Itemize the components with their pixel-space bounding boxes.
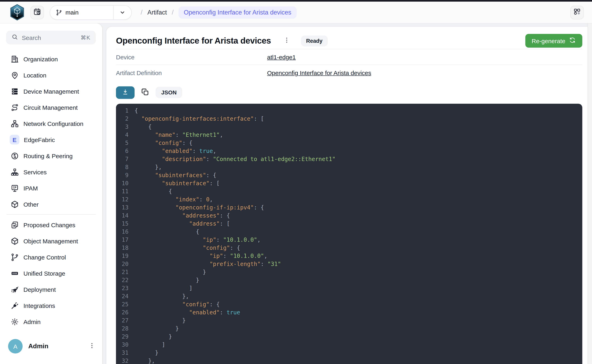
code-text: "enabled": true, xyxy=(128,147,216,155)
line-number: 14 xyxy=(116,211,128,220)
scrollbar[interactable] xyxy=(588,23,592,364)
sidebar-item-label: Other xyxy=(23,201,39,208)
sidebar-item-edgefabric[interactable]: EEdgeFabric xyxy=(0,131,102,148)
sidebar-item-location[interactable]: Location xyxy=(0,67,102,83)
format-badge: JSON xyxy=(155,87,182,98)
cube-icon xyxy=(11,237,19,245)
refresh-icon xyxy=(569,37,576,45)
sidebar-item-circuit-management[interactable]: Circuit Management xyxy=(0,99,102,115)
code-text: "name": "Ethernet1", xyxy=(128,131,223,139)
infrahub-logo xyxy=(10,4,25,20)
hierarchy-icon xyxy=(11,168,19,176)
sidebar-item-services[interactable]: Services xyxy=(0,164,102,180)
regenerate-button[interactable]: Re-generate xyxy=(525,34,582,48)
sidebar-item-label: Location xyxy=(23,72,46,78)
code-text: "config": { xyxy=(128,300,220,308)
code-text: "description": "Connected to atl1-edge2:… xyxy=(128,155,336,163)
line-number: 8 xyxy=(116,163,128,171)
sidebar-item-admin[interactable]: Admin xyxy=(0,313,102,330)
code-viewer[interactable]: 1{2 "openconfig-interfaces:interface": [… xyxy=(116,104,582,364)
sidebar-item-device-management[interactable]: Device Management xyxy=(0,83,102,99)
line-number: 17 xyxy=(116,236,128,244)
user-row[interactable]: A Admin xyxy=(8,338,97,354)
user-menu-button[interactable] xyxy=(86,341,97,352)
line-number: 1 xyxy=(116,107,128,115)
code-text: "subinterfaces": { xyxy=(128,171,216,179)
detail-row: Artifact DefinitionOpenconfig Interface … xyxy=(116,65,582,80)
copy-button[interactable] xyxy=(140,87,150,98)
sidebar-item-ipam[interactable]: IPIPAM xyxy=(0,180,102,196)
code-text: "config": { xyxy=(128,139,193,147)
search-box[interactable]: ⌘K xyxy=(6,31,96,44)
page-title: Openconfig Interface for Arista devices xyxy=(116,36,271,46)
code-text: }, xyxy=(128,292,189,300)
map-pin-icon xyxy=(11,71,19,79)
line-number: 25 xyxy=(116,300,128,308)
search-shortcut: ⌘K xyxy=(81,34,91,41)
branch-name: main xyxy=(66,9,113,16)
chevron-down-icon[interactable] xyxy=(114,9,131,16)
sidebar-item-unified-storage[interactable]: Unified Storage xyxy=(0,265,102,281)
code-text: "enabled": true xyxy=(128,308,240,316)
line-number: 7 xyxy=(116,155,128,163)
title-menu-button[interactable] xyxy=(282,36,292,46)
sidebar-item-deployment[interactable]: Deployment xyxy=(0,281,102,297)
sidebar-item-label: Proposed Changes xyxy=(23,221,75,228)
building-icon xyxy=(11,55,19,63)
sidebar-item-change-control[interactable]: Change Control xyxy=(0,249,102,265)
sidebar-item-object-management[interactable]: Object Management xyxy=(0,233,102,249)
plug-icon xyxy=(11,301,19,310)
code-text: } xyxy=(128,268,206,276)
sidebar-item-network-configuration[interactable]: Network Configuration xyxy=(0,115,102,131)
sidebar-item-other[interactable]: Other xyxy=(0,196,102,212)
schema-button[interactable] xyxy=(570,6,584,19)
sidebar: ⌘K OrganizationLocationDevice Management… xyxy=(0,23,102,364)
breadcrumb-item[interactable]: Artifact xyxy=(147,9,167,16)
sidebar-item-label: Unified Storage xyxy=(23,270,65,277)
code-line: 21 } xyxy=(116,268,582,276)
search-input[interactable] xyxy=(22,34,77,41)
line-number: 11 xyxy=(116,187,128,195)
kebab-icon xyxy=(283,37,290,45)
download-button[interactable] xyxy=(116,86,135,99)
sidebar-item-label: Admin xyxy=(23,318,40,325)
detail-label: Device xyxy=(116,53,267,60)
code-line: 30 ] xyxy=(116,341,582,349)
detail-value-link[interactable]: atl1-edge1 xyxy=(267,53,296,60)
sidebar-item-integrations[interactable]: Integrations xyxy=(0,297,102,313)
regenerate-label: Re-generate xyxy=(531,37,565,44)
line-number: 2 xyxy=(116,115,128,123)
line-number: 31 xyxy=(116,349,128,357)
breadcrumb-item-active[interactable]: Openconfig Interface for Arista devices xyxy=(178,6,296,18)
code-line: 7 "description": "Connected to atl1-edge… xyxy=(116,155,582,163)
sidebar-item-label: Organization xyxy=(23,55,58,62)
code-text: "prefix-length": "31" xyxy=(128,260,281,268)
code-line: 18 "config": { xyxy=(116,244,582,252)
cube-icon xyxy=(11,200,19,208)
artifact-toolbar: JSON xyxy=(116,86,582,99)
code-text: "config": { xyxy=(128,244,240,252)
code-text: }, xyxy=(128,163,162,171)
time-travel-button[interactable] xyxy=(30,6,44,19)
line-number: 22 xyxy=(116,276,128,284)
sidebar-item-organization[interactable]: Organization xyxy=(0,51,102,67)
download-icon xyxy=(122,88,129,97)
title-row: Openconfig Interface for Arista devices … xyxy=(116,34,582,48)
sidebar-item-label: Services xyxy=(23,169,47,175)
code-text: { xyxy=(128,187,172,195)
line-number: 3 xyxy=(116,123,128,131)
sidebar-nav: OrganizationLocationDevice ManagementCir… xyxy=(0,51,102,330)
code-line: 13 "openconfig-if-ip:ipv4": { xyxy=(116,203,582,211)
sidebar-item-proposed-changes[interactable]: Proposed Changes xyxy=(0,217,102,233)
search-icon xyxy=(11,33,18,42)
code-text: "openconfig-if-ip:ipv4": { xyxy=(128,203,264,211)
branch-selector[interactable]: main xyxy=(50,5,132,20)
code-text: "ip": "10.1.0.0", xyxy=(128,236,261,244)
code-text: ] xyxy=(128,341,165,349)
router-icon xyxy=(11,151,19,160)
sidebar-item-routing-peering[interactable]: Routing & Peering xyxy=(0,148,102,164)
code-text: "subinterface": [ xyxy=(128,179,220,187)
detail-value-link[interactable]: Openconfig Interface for Arista devices xyxy=(267,69,371,76)
code-text: "openconfig-interfaces:interface": [ xyxy=(128,115,264,123)
ip-monitor-icon: IP xyxy=(11,184,19,192)
